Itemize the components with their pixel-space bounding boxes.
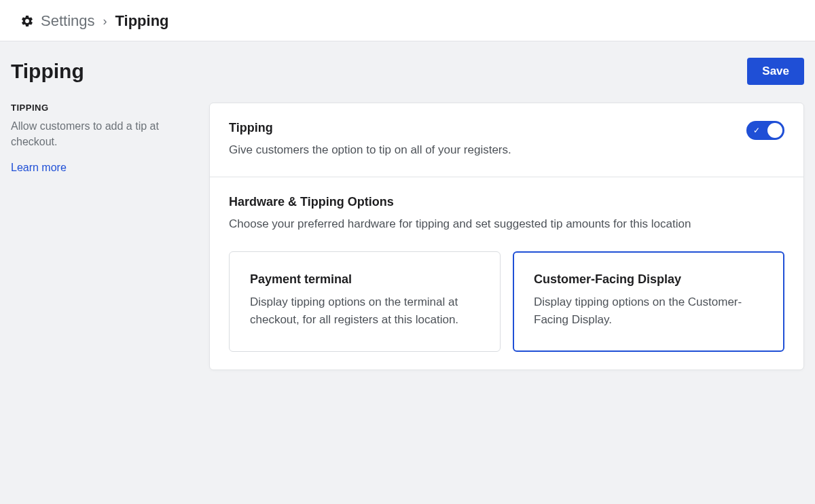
- tipping-section-subtitle: Give customers the option to tip on all …: [229, 142, 511, 159]
- save-button[interactable]: Save: [747, 58, 804, 85]
- page-title: Tipping: [11, 60, 84, 83]
- breadcrumb-current: Tipping: [115, 12, 169, 30]
- check-icon: ✓: [753, 126, 760, 134]
- settings-panel: Tipping Give customers the option to tip…: [209, 103, 804, 370]
- hardware-options: Payment terminal Display tipping options…: [229, 251, 784, 352]
- breadcrumb-parent[interactable]: Settings: [41, 12, 95, 30]
- hardware-section-title: Hardware & Tipping Options: [229, 195, 784, 209]
- option-description: Display tipping options on the terminal …: [250, 293, 479, 328]
- tipping-section: Tipping Give customers the option to tip…: [210, 103, 803, 177]
- option-description: Display tipping options on the Customer-…: [534, 293, 763, 328]
- toggle-knob: [767, 123, 782, 138]
- sidebar-heading: TIPPING: [11, 103, 190, 113]
- option-customer-facing-display[interactable]: Customer-Facing Display Display tipping …: [513, 251, 784, 352]
- option-title: Payment terminal: [250, 272, 479, 287]
- gear-icon: [20, 14, 34, 28]
- option-payment-terminal[interactable]: Payment terminal Display tipping options…: [229, 251, 501, 352]
- sidebar: TIPPING Allow customers to add a tip at …: [11, 103, 190, 174]
- sidebar-description: Allow customers to add a tip at checkout…: [11, 118, 190, 149]
- breadcrumb: Settings › Tipping: [0, 0, 815, 41]
- chevron-right-icon: ›: [103, 14, 107, 29]
- hardware-section-subtitle: Choose your preferred hardware for tippi…: [229, 216, 784, 233]
- tipping-toggle[interactable]: ✓: [746, 121, 784, 140]
- page-header: Tipping Save: [0, 41, 815, 103]
- hardware-section: Hardware & Tipping Options Choose your p…: [210, 177, 803, 370]
- tipping-section-title: Tipping: [229, 121, 511, 135]
- option-title: Customer-Facing Display: [534, 272, 763, 287]
- content: TIPPING Allow customers to add a tip at …: [0, 103, 815, 370]
- learn-more-link[interactable]: Learn more: [11, 162, 67, 173]
